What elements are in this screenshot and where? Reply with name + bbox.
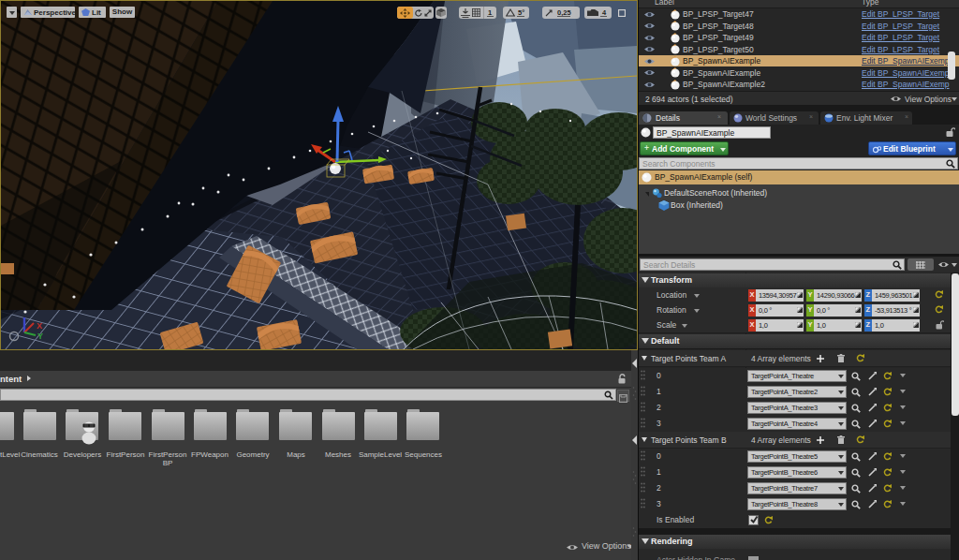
svg-text:X: X (37, 321, 42, 331)
svg-text:Y: Y (37, 332, 43, 341)
